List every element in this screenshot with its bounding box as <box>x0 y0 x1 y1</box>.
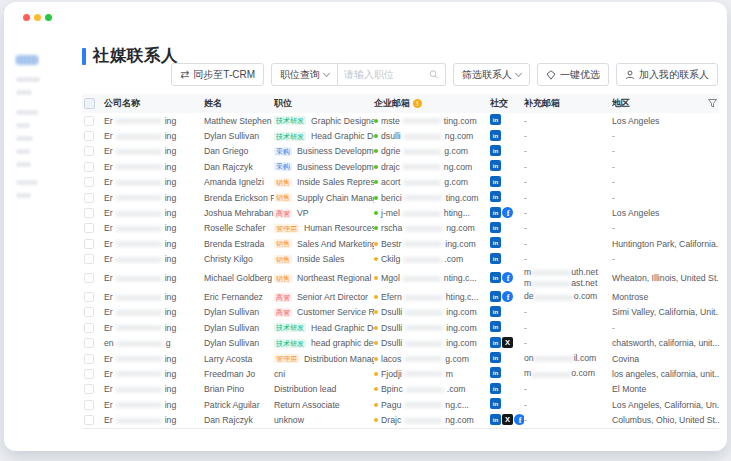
linkedin-icon[interactable]: in <box>490 383 501 396</box>
linkedin-icon[interactable]: in <box>490 367 501 380</box>
sidebar-skeleton-item[interactable] <box>16 77 40 82</box>
row-checkbox[interactable] <box>84 273 94 283</box>
linkedin-icon[interactable]: in <box>490 222 501 235</box>
linkedin-icon[interactable]: in <box>490 272 501 285</box>
filter-funnel-icon[interactable] <box>708 99 717 108</box>
row-checkbox[interactable] <box>84 415 94 425</box>
close-window-button[interactable] <box>23 14 30 21</box>
company-cell: Erxxxxxxxxxxxxxxxxing <box>104 384 204 394</box>
row-checkbox[interactable] <box>84 400 94 410</box>
empty-value: - <box>524 131 527 141</box>
linkedin-icon[interactable]: in <box>490 321 501 334</box>
x-icon[interactable]: X <box>502 414 513 427</box>
row-checkbox[interactable] <box>84 116 94 126</box>
row-checkbox[interactable] <box>84 338 94 348</box>
sidebar-skeleton-item[interactable] <box>16 136 33 141</box>
facebook-icon[interactable]: f <box>502 272 513 285</box>
one-click-select-button[interactable]: 一键优选 <box>537 63 609 86</box>
extra-email-text: on <box>524 353 534 363</box>
linkedin-icon[interactable]: in <box>490 306 501 319</box>
chevron-down-icon <box>515 69 522 76</box>
minimize-window-button[interactable] <box>34 14 41 21</box>
row-checkbox[interactable] <box>84 292 94 302</box>
main-content: 社媒联系人 ⇄ 同步至T-CRM 职位查询 <box>69 32 727 451</box>
row-checkbox[interactable] <box>84 369 94 379</box>
row-checkbox[interactable] <box>84 323 94 333</box>
position-query-dropdown[interactable]: 职位查询 <box>271 63 338 86</box>
facebook-icon[interactable]: f <box>502 291 513 304</box>
linkedin-icon[interactable]: in <box>490 176 501 189</box>
email-cell: lacosxxxxxxxxxxxxxxxxg.com <box>374 354 490 364</box>
contact-name: Eric Fernandez <box>204 292 274 302</box>
linkedin-icon[interactable]: in <box>490 237 501 250</box>
row-checkbox[interactable] <box>84 223 94 233</box>
filter-contacts-dropdown[interactable]: 筛选联系人 <box>453 63 530 86</box>
row-checkbox[interactable] <box>84 146 94 156</box>
company-name: ing <box>165 116 177 126</box>
position-cell: unknow <box>274 415 374 425</box>
maximize-window-button[interactable] <box>45 14 52 21</box>
department-tag: 管理层 <box>274 224 299 233</box>
row-checkbox[interactable] <box>84 177 94 187</box>
company-name: ing <box>165 415 177 425</box>
row-checkbox[interactable] <box>84 239 94 249</box>
linkedin-icon[interactable]: in <box>490 130 501 143</box>
facebook-icon[interactable]: f <box>514 414 524 427</box>
email-cell: dgriexxxxxxxxxxxxxxxxg.com <box>374 146 490 156</box>
position-title: Customer Service Repre... <box>297 307 374 317</box>
extra-email-cell: - <box>524 208 612 218</box>
linkedin-icon[interactable]: in <box>490 114 501 127</box>
row-checkbox[interactable] <box>84 131 94 141</box>
row-checkbox[interactable] <box>84 208 94 218</box>
empty-value: - <box>524 384 527 394</box>
position-search-input[interactable] <box>344 69 429 80</box>
company-cell: Erxxxxxxxxxxxxxxxxing <box>104 400 204 410</box>
extra-email-cell: - <box>524 323 612 333</box>
select-all-checkbox[interactable] <box>84 98 95 109</box>
sidebar-skeleton-item[interactable] <box>16 90 32 95</box>
position-title: Sales And Marketing Sp... <box>297 239 374 249</box>
linkedin-icon[interactable]: in <box>490 160 501 173</box>
linkedin-icon[interactable]: in <box>490 145 501 158</box>
position-cell: 采购Business Development ... <box>274 162 374 172</box>
extra-email-text: il.com <box>574 353 597 363</box>
sidebar-skeleton-item[interactable] <box>16 193 31 198</box>
row-checkbox[interactable] <box>84 307 94 317</box>
add-to-my-contacts-button[interactable]: 加入我的联系人 <box>616 63 718 86</box>
redacted-text: xxxxxxxxxxxxxxxx <box>116 293 162 302</box>
email-text: ing.com <box>446 338 476 348</box>
sidebar-skeleton-item[interactable] <box>16 162 31 167</box>
extra-email-cell: - <box>524 415 612 425</box>
search-icon[interactable] <box>429 69 439 80</box>
x-icon[interactable]: X <box>502 337 513 350</box>
extra-email-cell: - <box>524 384 612 394</box>
extra-email-cell: mxxxxxxxxxxxxxxxxuth.netmxxxxxxxxxxxxxxx… <box>524 267 612 289</box>
email-text: .com <box>447 384 466 394</box>
linkedin-icon[interactable]: in <box>490 414 501 427</box>
svg-text:in: in <box>493 401 499 407</box>
row-checkbox[interactable] <box>84 162 94 172</box>
row-checkbox[interactable] <box>84 384 94 394</box>
table-row: ErxxxxxxxxxxxxxxxxingBrenda Estrada销售Sal… <box>82 236 719 251</box>
position-title: Inside Sales <box>297 254 344 264</box>
sidebar-skeleton-item[interactable] <box>16 110 38 115</box>
position-cell: 销售Supply Chain Manager ... <box>274 193 374 203</box>
linkedin-icon[interactable]: in <box>490 337 501 350</box>
sidebar-skeleton-item[interactable] <box>16 149 30 154</box>
row-checkbox[interactable] <box>84 193 94 203</box>
sync-to-tcrm-button[interactable]: ⇄ 同步至T-CRM <box>171 63 264 86</box>
linkedin-icon[interactable]: in <box>490 191 501 204</box>
extra-email-text: de <box>524 291 534 301</box>
linkedin-icon[interactable]: in <box>490 398 501 411</box>
linkedin-icon[interactable]: in <box>490 253 501 266</box>
row-checkbox[interactable] <box>84 354 94 364</box>
sidebar-skeleton-item[interactable] <box>16 123 30 128</box>
linkedin-icon[interactable]: in <box>490 352 501 365</box>
linkedin-icon[interactable]: in <box>490 207 501 220</box>
sidebar-skeleton-item[interactable] <box>16 180 38 185</box>
region-cell: Los Angeles <box>612 208 719 218</box>
row-checkbox[interactable] <box>84 254 94 264</box>
linkedin-icon[interactable]: in <box>490 291 501 304</box>
facebook-icon[interactable]: f <box>502 207 513 220</box>
email-info-icon[interactable]: ! <box>413 99 422 108</box>
